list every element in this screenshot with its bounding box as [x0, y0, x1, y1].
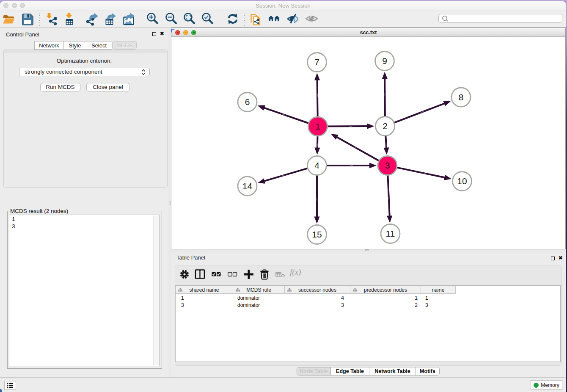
svg-text:4: 4: [314, 160, 319, 170]
svg-text:3: 3: [385, 160, 390, 170]
svg-text:9: 9: [382, 56, 387, 66]
svg-text:11: 11: [386, 229, 395, 238]
svg-text:10: 10: [457, 176, 467, 186]
svg-text:7: 7: [314, 57, 319, 67]
svg-text:14: 14: [242, 181, 253, 191]
svg-text:6: 6: [245, 97, 250, 107]
svg-text:1: 1: [315, 121, 320, 131]
svg-text:8: 8: [459, 92, 464, 102]
svg-text:15: 15: [312, 229, 322, 239]
svg-text:2: 2: [383, 121, 388, 131]
